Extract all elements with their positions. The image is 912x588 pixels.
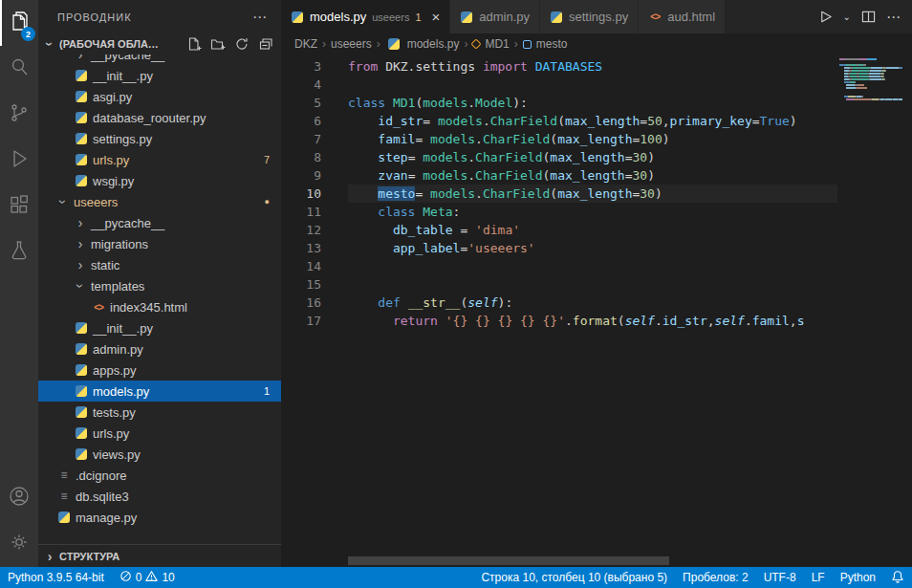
refresh-explorer-icon[interactable] (234, 36, 250, 52)
code-line-5: class MD1(models.Model): (348, 94, 837, 112)
tree-file-db.sqlite3[interactable]: ≡db.sqlite3 (38, 486, 281, 507)
tree-folder-migrations[interactable]: ›migrations (38, 233, 281, 254)
tree-file-tests.py[interactable]: tests.py (38, 402, 281, 423)
language-label: Python (840, 571, 876, 584)
notifications[interactable] (883, 567, 912, 588)
breadcrumb-MD1[interactable]: MD1 (472, 37, 509, 51)
tree-folder-useeers[interactable]: ›useeers● (38, 191, 281, 212)
breadcrumb-separator: › (322, 37, 326, 51)
new-folder-icon[interactable] (210, 36, 226, 52)
cursor-position-label: Строка 10, столбец 10 (выбрано 5) (481, 571, 667, 584)
tab-label: aud.html (667, 10, 715, 24)
tree-folder-__pycache__[interactable]: ›__pycache__ (38, 212, 281, 233)
tree-file-admin.py[interactable]: admin.py (38, 338, 281, 359)
python-file-icon (73, 322, 90, 334)
line-number: 6 (281, 112, 335, 130)
indentation-label: Пробелов: 2 (683, 571, 749, 584)
tree-item-label: settings.py (93, 132, 152, 146)
tree-file-urls.py[interactable]: urls.py (38, 423, 281, 444)
source-control-icon (8, 101, 31, 128)
activity-manage-button[interactable] (0, 521, 38, 567)
code-line-16: def __str__(self): (348, 294, 837, 312)
breadcrumb-useeers[interactable]: useeers (331, 37, 372, 51)
gutter[interactable]: 34567891011121314151617 (281, 57, 335, 330)
collapse-folders-icon[interactable] (258, 36, 273, 52)
python-file-icon (73, 70, 90, 81)
tabs: models.pyuseeers1×admin.pysettings.py<>a… (281, 0, 726, 33)
python-file-icon (73, 154, 90, 165)
vertical-scrollbar[interactable] (902, 54, 912, 567)
tree-file-database_roouter.py[interactable]: database_roouter.py (38, 107, 281, 128)
activity-source-control-button[interactable] (0, 92, 38, 138)
line-number: 5 (281, 94, 335, 112)
editor-actions: ⌄⋯ (807, 0, 912, 33)
more-actions-icon[interactable]: ⋯ (252, 10, 268, 24)
horizontal-scrollbar[interactable] (348, 556, 669, 565)
tree-file-views.py[interactable]: views.py (38, 444, 281, 465)
close-icon[interactable]: × (432, 10, 441, 24)
breadcrumb-separator: › (377, 37, 380, 51)
tree-folder-static[interactable]: ›static (38, 254, 281, 275)
code-line-13: app_label='useeers' (348, 239, 837, 257)
tree-folder-templates[interactable]: ›templates (38, 275, 281, 296)
breadcrumb-models.py[interactable]: models.py (385, 37, 460, 51)
run-icon[interactable] (818, 10, 833, 24)
line-number: 17 (281, 312, 335, 330)
tree-file-index345.html[interactable]: <>index345.html (38, 296, 281, 317)
line-number: 9 (281, 166, 335, 185)
activity-run-and-debug-button[interactable] (0, 138, 38, 184)
tree-folder-__pycache__[interactable]: ›__pycache__ (38, 54, 281, 65)
split-editor-icon[interactable] (861, 10, 876, 24)
breadcrumb-label: useeers (331, 37, 372, 51)
run-dropdown-icon[interactable]: ⌄ (843, 12, 851, 22)
tree-file-urls.py[interactable]: urls.py7 (38, 149, 281, 170)
tree-file-__init__.py[interactable]: __init__.py (38, 65, 281, 86)
tab-models.py[interactable]: models.pyuseeers1× (281, 0, 450, 33)
tree-file-.dcignore[interactable]: ≡.dcignore (38, 465, 281, 486)
outline-section-header[interactable]: › СТРУКТУРА (38, 544, 281, 567)
text-file-icon: ≡ (55, 468, 73, 482)
activity-extensions-button[interactable] (0, 184, 38, 229)
warning-icon (145, 570, 158, 585)
tab-label: models.py (310, 10, 366, 24)
new-file-icon[interactable] (186, 36, 202, 52)
line-number: 16 (281, 294, 335, 312)
minimap[interactable] (839, 54, 902, 567)
tab-settings.py[interactable]: settings.py (540, 0, 639, 33)
chevron-right-icon: › (73, 54, 88, 62)
code-line-14 (348, 257, 837, 275)
python-file-icon (73, 364, 90, 376)
indentation[interactable]: Пробелов: 2 (675, 567, 756, 588)
cursor-position[interactable]: Строка 10, столбец 10 (выбрано 5) (473, 567, 675, 588)
activity-explorer-button[interactable]: 2 (0, 0, 38, 46)
eol-selector[interactable]: LF (804, 567, 833, 588)
testing-icon (8, 239, 31, 266)
python-interpreter[interactable]: Python 3.9.5 64-bit (0, 567, 112, 588)
tree-item-label: .dcignore (76, 468, 126, 483)
tree-file-apps.py[interactable]: apps.py (38, 359, 281, 381)
python-file-icon (55, 512, 73, 523)
tree-item-label: models.py (93, 384, 149, 399)
db-file-icon: ≡ (55, 490, 73, 503)
encoding[interactable]: UTF-8 (756, 567, 804, 588)
code-editor[interactable]: 34567891011121314151617 from DKZ.setting… (281, 54, 912, 567)
problems-indicator[interactable]: 010 (112, 567, 183, 588)
tree-file-wsgi.py[interactable]: wsgi.py (38, 170, 281, 191)
tab-aud.html[interactable]: <>aud.html (639, 0, 726, 33)
activity-testing-button[interactable] (0, 229, 38, 275)
tree-file-asgi.py[interactable]: asgi.py (38, 86, 281, 107)
tab-admin.py[interactable]: admin.py (450, 0, 540, 33)
tree-file-models.py[interactable]: models.py1 (38, 381, 281, 402)
more-actions-icon[interactable]: ⋯ (886, 10, 901, 24)
breadcrumb-DKZ[interactable]: DKZ (294, 37, 317, 51)
tree-file-settings.py[interactable]: settings.py (38, 128, 281, 149)
chevron-down-icon: › (42, 36, 57, 52)
tree-file-manage.py[interactable]: manage.py (38, 507, 281, 528)
breadcrumb-mesto[interactable]: mesto (523, 37, 568, 51)
language-mode[interactable]: Python (833, 567, 883, 588)
activity-accounts-button[interactable] (0, 475, 38, 521)
activity-search-button[interactable] (0, 46, 38, 92)
workspace-section-header[interactable]: › (РАБОЧАЯ ОБЛАСТЬ) ... (38, 33, 281, 54)
tree-file-__init__.py[interactable]: __init__.py (38, 317, 281, 338)
python-file-icon (73, 427, 90, 439)
